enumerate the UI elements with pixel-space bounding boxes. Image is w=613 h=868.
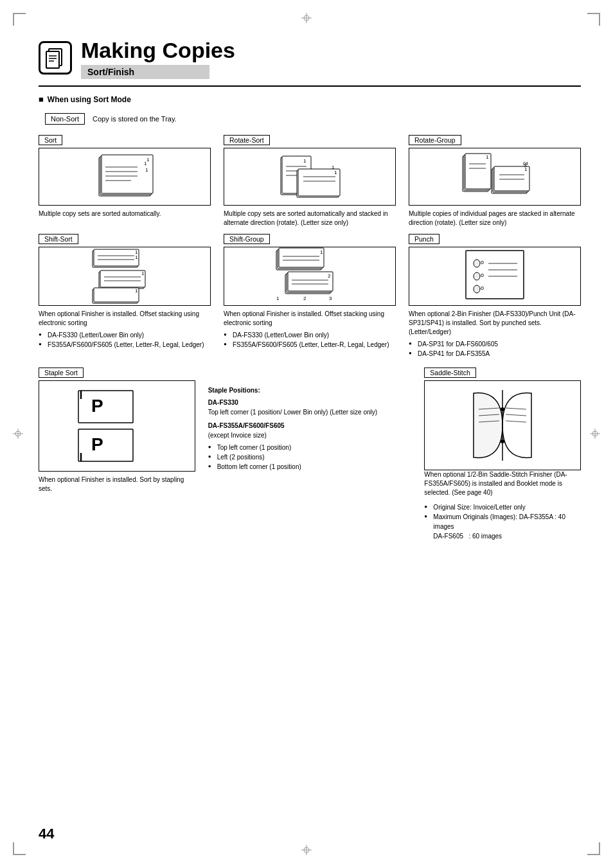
- punch-bullet-0: DA-SP31 for DA-FS600/605: [409, 339, 498, 349]
- svg-point-83: [474, 260, 480, 267]
- svg-text:1: 1: [320, 249, 323, 255]
- mode-rotate-sort: Rotate-Sort 1 1: [224, 135, 396, 227]
- svg-text:1: 1: [145, 167, 148, 173]
- svg-text:o: o: [481, 285, 484, 291]
- section-heading: When using Sort Mode: [39, 94, 581, 104]
- shift-group-bullet-1: FS355A/FS600/FS605 (Letter, Letter-R, Le…: [224, 340, 389, 350]
- staple-sort-illustration: P P: [39, 380, 195, 472]
- rotate-group-desc: Multiple copies of individual pages are …: [409, 209, 581, 227]
- sort-tag: Sort: [39, 135, 62, 145]
- shift-group-desc: When optional Finisher is installed. Off…: [224, 310, 396, 328]
- modes-grid-row2: Shift-Sort 1 1 1: [39, 234, 581, 359]
- shift-group-illustration: 1 2 1 2 3: [224, 247, 396, 306]
- svg-point-108: [501, 439, 504, 443]
- svg-rect-54: [94, 249, 139, 266]
- shift-group-bullet-0: DA-FS330 (Letter/Lower Bin only): [224, 330, 389, 340]
- main-title: Making Copies: [81, 39, 581, 62]
- saddle-stitch-illustration: [424, 380, 581, 470]
- rotate-group-illustration: 1 1 3 04: [409, 148, 581, 206]
- svg-text:1: 1: [303, 158, 306, 164]
- svg-text:04: 04: [523, 161, 528, 166]
- da-fs330-desc: Top left corner (1 position/ Lower Bin o…: [208, 407, 412, 417]
- shift-group-bullets: DA-FS330 (Letter/Lower Bin only) FS355A/…: [224, 330, 389, 350]
- mode-rotate-group: Rotate-Group 1 1: [409, 135, 581, 227]
- punch-desc: When optional 2-Bin Finisher (DA-FS330)/…: [409, 310, 581, 337]
- svg-text:1: 1: [147, 157, 150, 163]
- corner-mark-br: [587, 842, 600, 855]
- svg-text:P: P: [91, 396, 103, 416]
- da-fs330-label: DA-FS330: [208, 398, 412, 407]
- section-heading-text: When using Sort Mode: [48, 95, 131, 104]
- svg-point-85: [474, 272, 480, 280]
- saddle-stitch-bullet-1: Maximum Originals (Images): DA-FS355A : …: [424, 512, 581, 541]
- rotate-sort-illustration: 1 1 1: [224, 148, 396, 206]
- punch-illustration: o o o: [409, 247, 581, 306]
- punch-bullet-1: DA-SP41 for DA-FS355A: [409, 349, 498, 359]
- svg-rect-60: [100, 270, 145, 287]
- bottom-grid: Staple Sort P P When: [39, 368, 581, 541]
- mode-sort: Sort 1 1 1 Mult: [39, 135, 211, 227]
- da-fs355-bullet-1: Left (2 positions): [208, 452, 412, 462]
- section-divider: [39, 85, 581, 87]
- crosshair-left: [13, 429, 23, 440]
- da-fs355-bullet-2: Bottom left corner (1 position): [208, 462, 412, 472]
- shift-sort-bullet-0: DA-FS330 (Letter/Lower Bin only): [39, 330, 204, 340]
- shift-sort-illustration: 1 1 1 1: [39, 247, 211, 306]
- mode-punch: Punch o o o Whe: [409, 234, 581, 359]
- copy-icon-box: [39, 41, 72, 75]
- shift-sort-bullets: DA-FS330 (Letter/Lower Bin only) FS355A/…: [39, 330, 204, 350]
- crosshair-right: [590, 429, 600, 440]
- shift-group-tag: Shift-Group: [224, 234, 270, 244]
- saddle-stitch-bullets: Original Size: Invoice/Letter only Maxim…: [424, 502, 581, 541]
- mode-saddle-stitch: Saddle-Stitch: [424, 368, 581, 541]
- da-fs355-label: DA-FS355A/FS600/FS605: [208, 421, 412, 430]
- svg-point-87: [474, 285, 480, 293]
- staple-positions-heading: Staple Positions:: [208, 385, 412, 395]
- rotate-sort-desc: Multiple copy sets are sorted automatica…: [224, 209, 396, 227]
- svg-rect-95: [78, 429, 133, 461]
- svg-rect-92: [78, 391, 133, 423]
- svg-rect-69: [279, 248, 324, 267]
- sort-illustration: 1 1 1: [39, 148, 211, 206]
- da-fs355-sub: (except Invoice size): [208, 430, 412, 440]
- da-fs355-bullets: Top left corner (1 position) Left (2 pos…: [208, 443, 412, 472]
- svg-text:3: 3: [329, 296, 332, 301]
- page-number: 44: [39, 826, 54, 842]
- da-fs355-bullet-0: Top left corner (1 position): [208, 443, 412, 452]
- punch-bullets: DA-SP31 for DA-FS600/605 DA-SP41 for DA-…: [409, 339, 498, 359]
- svg-rect-65: [94, 288, 139, 302]
- corner-mark-tr: [587, 13, 600, 26]
- svg-text:2: 2: [303, 296, 306, 301]
- corner-mark-bl: [13, 842, 26, 855]
- shift-sort-bullet-1: FS355A/FS600/FS605 (Letter, Letter-R, Le…: [39, 340, 204, 350]
- shift-sort-desc: When optional Finisher is installed. Off…: [39, 310, 211, 328]
- staple-positions-content: Staple Positions: DA-FS330 Top left corn…: [208, 385, 412, 472]
- non-sort-row: Non-Sort Copy is stored on the Tray.: [45, 113, 581, 125]
- header-area: Making Copies Sort/Finish: [39, 39, 581, 79]
- crosshair-top: [301, 13, 312, 23]
- svg-text:1: 1: [486, 154, 489, 160]
- svg-point-107: [501, 407, 504, 411]
- mode-shift-sort: Shift-Sort 1 1 1: [39, 234, 211, 359]
- staple-positions-panel: Staple Positions: DA-FS330 Top left corn…: [208, 368, 412, 541]
- svg-rect-13: [46, 51, 59, 68]
- punch-tag: Punch: [409, 234, 440, 244]
- corner-mark-tl: [13, 13, 26, 26]
- saddle-stitch-desc: When optional 1/2-Bin Saddle-Stitch Fini…: [424, 470, 581, 497]
- page-content: Making Copies Sort/Finish When using Sor…: [39, 39, 581, 541]
- svg-text:1: 1: [334, 170, 337, 175]
- rotate-sort-tag: Rotate-Sort: [224, 135, 270, 145]
- svg-text:1: 1: [135, 288, 138, 294]
- svg-text:2: 2: [328, 273, 331, 279]
- shift-sort-tag: Shift-Sort: [39, 234, 78, 244]
- staple-sort-tag: Staple Sort: [39, 368, 84, 378]
- title-area: Making Copies Sort/Finish: [81, 39, 581, 79]
- crosshair-bottom: [301, 845, 312, 855]
- mode-staple-sort: Staple Sort P P When: [39, 368, 195, 541]
- svg-text:o: o: [481, 272, 484, 278]
- modes-grid-row1: Sort 1 1 1 Mult: [39, 135, 581, 227]
- saddle-stitch-tag: Saddle-Stitch: [424, 368, 475, 378]
- sort-desc: Multiple copy sets are sorted automatica…: [39, 209, 161, 218]
- mode-shift-group: Shift-Group 1 2: [224, 234, 396, 359]
- svg-rect-75: [288, 272, 333, 291]
